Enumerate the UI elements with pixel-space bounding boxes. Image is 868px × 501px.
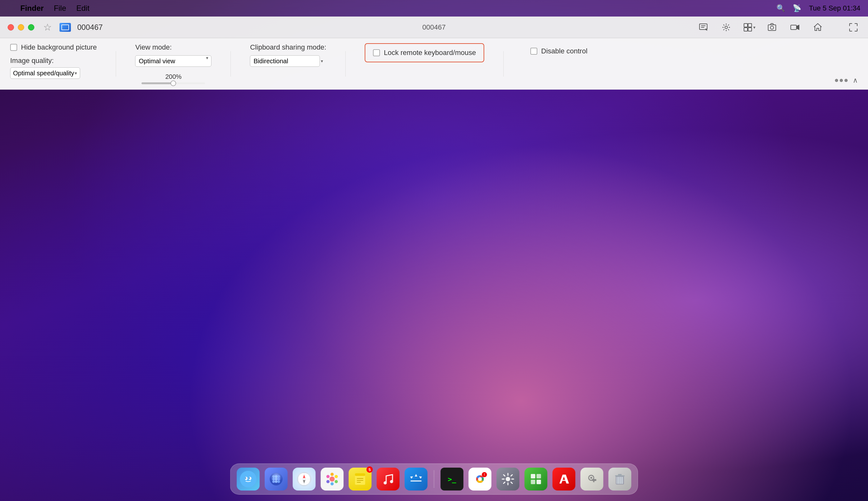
dock-item-keychain[interactable] <box>581 468 603 491</box>
clipboard-section: Clipboard sharing mode: Bidirectional Di… <box>250 43 326 67</box>
clipboard-select-arrow-icon: ▾ <box>321 58 323 64</box>
svg-rect-55 <box>531 480 536 484</box>
menubar-finder[interactable]: Finder <box>20 4 44 13</box>
divider-4 <box>503 51 504 77</box>
svg-text:!: ! <box>484 473 485 477</box>
dock-item-photos[interactable] <box>321 468 344 491</box>
settings-button[interactable] <box>719 20 733 34</box>
toolbar-panel: Hide background picture Image quality: O… <box>0 38 868 90</box>
svg-point-23 <box>277 478 280 480</box>
svg-point-21 <box>273 478 275 480</box>
video-button[interactable] <box>788 20 802 34</box>
svg-point-15 <box>245 478 246 479</box>
divider-2 <box>231 51 231 77</box>
svg-point-10 <box>770 26 774 29</box>
lock-keyboard-label: Lock remote keyboard/mouse <box>384 49 476 57</box>
dock-item-trash[interactable] <box>608 468 632 491</box>
dock-item-chrome[interactable]: ! <box>469 468 491 491</box>
menubar: Finder File Edit 🔍 📡 Tue 5 Sep 01:34 <box>0 0 868 17</box>
toolbar-controls: ▾ <box>696 20 860 34</box>
dock-item-music[interactable] <box>377 468 400 491</box>
screenshot-button[interactable] <box>765 20 779 34</box>
terminal-text: >_ <box>448 475 456 483</box>
annotation-button[interactable] <box>696 20 710 34</box>
image-quality-select[interactable]: Optimal speed/quality Best quality Best … <box>10 67 80 79</box>
layout-button[interactable]: ▾ <box>742 20 756 34</box>
dock-item-rosetta[interactable] <box>525 468 548 491</box>
dock-item-finder[interactable] <box>237 468 260 491</box>
image-quality-section: Image quality: Optimal speed/quality Bes… <box>10 56 97 79</box>
zoom-slider[interactable] <box>141 82 205 84</box>
svg-rect-54 <box>537 474 541 478</box>
svg-point-35 <box>335 475 338 478</box>
menubar-datetime: Tue 5 Sep 01:34 <box>809 4 860 12</box>
svg-point-58 <box>591 477 592 479</box>
hide-bg-checkbox[interactable] <box>10 44 17 51</box>
hide-bg-section: Hide background picture Image quality: O… <box>10 43 97 79</box>
menubar-edit[interactable]: Edit <box>76 4 89 13</box>
zoom-slider-container: 200% <box>135 73 211 84</box>
svg-point-39 <box>327 475 330 478</box>
svg-point-33 <box>330 477 335 482</box>
maximize-button[interactable] <box>28 24 34 31</box>
dock-item-safari[interactable] <box>293 468 316 491</box>
collapse-panel-button[interactable]: ∧ <box>853 76 858 85</box>
svg-point-26 <box>277 480 280 483</box>
menubar-file[interactable]: File <box>54 4 66 13</box>
svg-rect-11 <box>791 25 796 30</box>
dock-item-acrobat[interactable] <box>553 468 575 491</box>
svg-rect-9 <box>768 25 776 31</box>
svg-rect-7 <box>744 28 748 31</box>
svg-rect-56 <box>537 480 541 484</box>
svg-point-52 <box>506 477 510 481</box>
fullscreen-button[interactable] <box>846 20 860 34</box>
dock-item-notes[interactable]: 5 <box>349 468 372 491</box>
svg-point-19 <box>275 475 277 478</box>
view-mode-select-wrapper: Optimal view Full screen Window ▾ <box>135 55 211 67</box>
hide-bg-row: Hide background picture <box>10 43 97 52</box>
svg-rect-67 <box>618 474 622 475</box>
svg-point-4 <box>725 26 728 29</box>
bookmark-icon[interactable]: ☆ <box>43 22 52 33</box>
svg-point-34 <box>331 473 334 476</box>
dots-button[interactable] <box>835 79 848 82</box>
remote-screen-icon <box>60 23 71 32</box>
svg-point-36 <box>335 480 338 483</box>
lock-keyboard-section: Lock remote keyboard/mouse <box>365 43 484 62</box>
svg-point-38 <box>327 480 330 483</box>
minimize-button[interactable] <box>18 24 24 31</box>
svg-point-20 <box>277 475 280 478</box>
svg-rect-66 <box>615 475 625 477</box>
menubar-search-icon[interactable]: 🔍 <box>776 4 785 12</box>
image-quality-select-wrapper: Optimal speed/quality Best quality Best … <box>10 67 80 79</box>
clipboard-select[interactable]: Bidirectional Disabled Local to Remote R… <box>250 55 320 67</box>
menubar-cast-icon[interactable]: 📡 <box>793 4 801 12</box>
lock-keyboard-checkbox[interactable] <box>373 49 380 56</box>
disable-control-label: Disable control <box>541 47 588 55</box>
svg-rect-8 <box>748 28 752 31</box>
dot-icon <box>845 79 848 82</box>
dot-icon <box>835 79 838 82</box>
titlebar: 000467 ☆ 000467 <box>0 17 868 38</box>
disable-control-checkbox[interactable] <box>530 48 537 55</box>
view-mode-select[interactable]: Optimal view Full screen Window <box>135 55 211 67</box>
view-mode-label: View mode: <box>135 43 211 52</box>
close-button[interactable] <box>8 24 14 31</box>
svg-rect-60 <box>593 481 595 482</box>
divider-1 <box>116 51 116 77</box>
svg-rect-53 <box>531 474 536 478</box>
divider-3 <box>345 51 346 77</box>
clipboard-label: Clipboard sharing mode: <box>250 43 326 52</box>
svg-rect-59 <box>592 479 596 481</box>
svg-point-46 <box>390 480 393 483</box>
svg-point-24 <box>273 480 275 483</box>
dock-item-appstore[interactable] <box>405 468 428 491</box>
dot-icon <box>840 79 843 82</box>
home-button[interactable] <box>811 20 825 34</box>
dock-item-system-settings[interactable] <box>497 468 520 491</box>
dock-item-launchpad[interactable] <box>265 468 288 491</box>
view-mode-section: View mode: Optimal view Full screen Wind… <box>135 43 211 84</box>
dock: 5 >_ ! <box>230 463 638 495</box>
hide-bg-label: Hide background picture <box>21 43 97 52</box>
dock-item-terminal[interactable]: >_ <box>441 468 464 491</box>
